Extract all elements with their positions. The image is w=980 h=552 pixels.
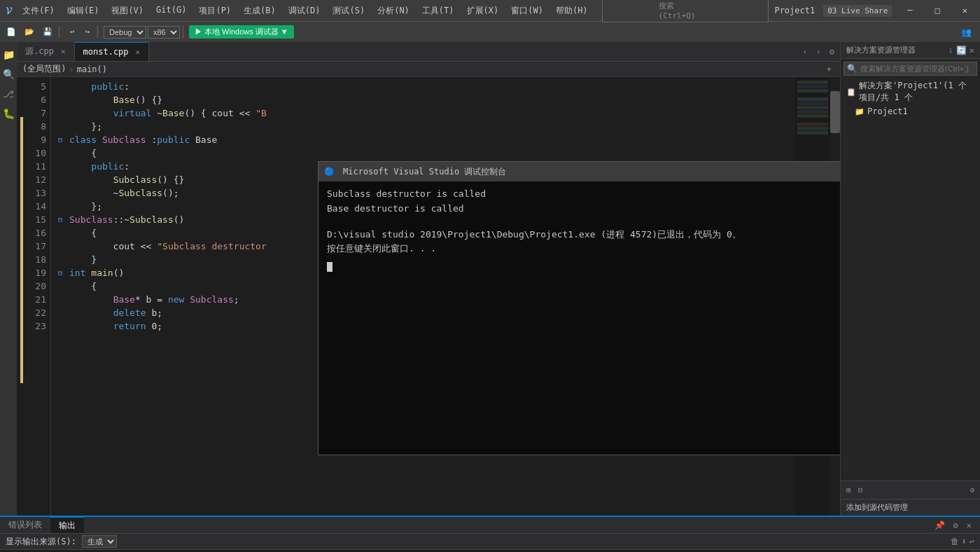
- tab-monst-cpp[interactable]: monst.cpp ✕: [75, 42, 150, 61]
- breadcrumb-function[interactable]: main(): [77, 64, 107, 74]
- menu-test[interactable]: 测试(S): [327, 2, 370, 20]
- line-numbers: 5 6 7 8 9 10 11 12 13 14 15 16 17 18 19 …: [23, 77, 51, 516]
- code-line-5: public:: [58, 80, 795, 93]
- menu-help[interactable]: 帮助(H): [550, 2, 594, 20]
- output-wrap-button[interactable]: ↩: [969, 537, 974, 546]
- line-num-17: 17: [23, 240, 46, 253]
- line-num-13: 13: [23, 186, 46, 200]
- rp-icon-close[interactable]: ✕: [969, 46, 974, 55]
- line-num-8: 8: [23, 120, 46, 133]
- debug-config-dropdown[interactable]: Debug: [104, 26, 146, 39]
- code-line-7: virtual ~Base() { cout << "B: [58, 106, 795, 120]
- menu-window[interactable]: 窗口(W): [505, 2, 549, 20]
- dc-line-2: Base destructor is called: [327, 202, 840, 216]
- maximize-button[interactable]: □: [928, 3, 947, 18]
- dc-cursor: [327, 262, 332, 272]
- output-clear-button[interactable]: 🗑: [951, 537, 959, 546]
- platform-dropdown[interactable]: x86: [148, 26, 180, 39]
- line-num-23: 23: [23, 319, 46, 333]
- tab-yuan-cpp-label: 源.cpp: [25, 46, 54, 57]
- project-item-label: Project1: [867, 106, 908, 116]
- tab-yuan-cpp[interactable]: 源.cpp ✕: [17, 42, 75, 61]
- solution-search-input[interactable]: [860, 64, 974, 73]
- search-box[interactable]: 搜索 (Ctrl+Q): [602, 0, 769, 22]
- toolbar-group-debug: Debug x86: [104, 26, 183, 39]
- rp-icon-2[interactable]: 🔄: [956, 46, 967, 55]
- breadcrumb-scope[interactable]: (全局范围): [22, 63, 66, 75]
- live-share-button[interactable]: 03 Live Share: [823, 5, 892, 17]
- add-source-control-button[interactable]: 添加到源代码管理: [841, 499, 980, 516]
- undo-button[interactable]: ↩: [65, 26, 79, 38]
- add-source-control-label: 添加到源代码管理: [846, 503, 908, 512]
- menu-debug[interactable]: 调试(D): [283, 2, 326, 20]
- redo-button[interactable]: ↪: [80, 26, 94, 38]
- tab-scroll-left[interactable]: ‹: [799, 46, 810, 58]
- debug-console-title: Microsoft Visual Studio 调试控制台: [343, 166, 840, 178]
- line-num-16: 16: [23, 226, 46, 240]
- code-line-8: };: [58, 120, 795, 133]
- bt-ctrl-settings[interactable]: ⚙: [951, 519, 961, 532]
- rp-toolbar-btn-2[interactable]: ⊟: [855, 484, 866, 496]
- git-icon[interactable]: ⎇: [3, 84, 14, 104]
- fold-19[interactable]: ⊟: [58, 266, 69, 280]
- rp-toolbar-btn-settings[interactable]: ⚙: [967, 484, 977, 496]
- rp-icon-1[interactable]: ⇩: [948, 46, 953, 55]
- output-header: 显示输出来源(S): 生成 🗑 ⬇ ↩: [0, 534, 980, 550]
- right-panel-toolbar: ⊞ ⊟ ⚙: [841, 481, 980, 499]
- output-source-select[interactable]: 生成: [82, 535, 117, 548]
- open-button[interactable]: 📂: [21, 26, 38, 38]
- menu-tools[interactable]: 工具(T): [416, 2, 460, 20]
- output-scroll-button[interactable]: ⬇: [962, 537, 967, 546]
- main-toolbar: 📄 📂 💾 ↩ ↪ Debug x86 ▶ 本地 Windows 调试器 ▼ 👥: [0, 21, 980, 42]
- right-panel: 解决方案资源管理器 ⇩ 🔄 ✕ 🔍 📋 解决方案'Project1'(1 个项目…: [840, 42, 980, 516]
- fold-15[interactable]: ⊟: [58, 213, 69, 226]
- tab-monst-close[interactable]: ✕: [136, 48, 141, 57]
- save-button[interactable]: 💾: [39, 26, 56, 38]
- debug-console-title-bar: 🔵 Microsoft Visual Studio 调试控制台 ─ □ ✕: [318, 162, 840, 181]
- dc-cursor-line: [327, 259, 840, 274]
- run-button[interactable]: ▶ 本地 Windows 调试器 ▼: [189, 25, 294, 39]
- tab-settings[interactable]: ⚙: [827, 46, 837, 58]
- menu-extensions[interactable]: 扩展(X): [461, 2, 505, 20]
- tab-scroll-right[interactable]: ›: [813, 46, 824, 58]
- output-tab[interactable]: 输出: [50, 517, 84, 533]
- line-num-9: 9: [23, 133, 46, 146]
- debug-icon[interactable]: 🐛: [3, 104, 15, 123]
- new-file-button[interactable]: 📄: [3, 26, 20, 38]
- tab-yuan-close[interactable]: ✕: [61, 47, 66, 56]
- menu-analyze[interactable]: 分析(N): [372, 2, 415, 20]
- menu-build[interactable]: 生成(B): [238, 2, 281, 20]
- fold-9[interactable]: ⊟: [58, 133, 69, 146]
- search-icon[interactable]: 🔍: [3, 64, 15, 84]
- right-panel-header: 解决方案资源管理器 ⇩ 🔄 ✕: [841, 42, 980, 59]
- bt-ctrl-close[interactable]: ✕: [964, 519, 974, 532]
- close-button[interactable]: ✕: [955, 3, 974, 18]
- dc-line-1: Subclass destructor is called: [327, 187, 840, 202]
- menu-view[interactable]: 视图(V): [106, 2, 149, 20]
- line-num-12: 12: [23, 173, 46, 186]
- solution-search[interactable]: 🔍: [844, 62, 977, 76]
- breadcrumb-sep: ›: [69, 64, 74, 74]
- menu-edit[interactable]: 编辑(E): [62, 2, 105, 20]
- menu-git[interactable]: Git(G): [150, 2, 192, 20]
- add-editor-button[interactable]: +: [824, 63, 834, 76]
- bottom-panel: 错误列表 输出 📌 ⚙ ✕ 显示输出来源(S): 生成 🗑 ⬇ ↩ ------…: [0, 516, 980, 552]
- line-num-19: 19: [23, 266, 46, 280]
- title-bar: 𝓥 文件(F) 编辑(E) 视图(V) Git(G) 项目(P) 生成(B) 调…: [0, 0, 980, 21]
- explorer-icon[interactable]: 📁: [3, 45, 15, 64]
- rp-toolbar-btn-1[interactable]: ⊞: [844, 484, 854, 496]
- solution-explorer: 🔍 📋 解决方案'Project1'(1 个项目/共 1 个 📁 Project…: [841, 59, 980, 481]
- line-num-5: 5: [23, 80, 46, 93]
- error-list-tab[interactable]: 错误列表: [0, 517, 50, 533]
- tabs-bar: 源.cpp ✕ monst.cpp ✕ ‹ › ⚙: [17, 42, 840, 62]
- menu-project[interactable]: 项目(P): [193, 2, 237, 20]
- minimize-button[interactable]: ─: [900, 3, 919, 18]
- line-num-14: 14: [23, 200, 46, 213]
- live-share-indicator: 👥: [961, 27, 977, 37]
- menu-file[interactable]: 文件(F): [17, 2, 60, 20]
- project-icon: 📁: [855, 107, 864, 116]
- solution-item[interactable]: 📋 解决方案'Project1'(1 个项目/共 1 个: [844, 78, 977, 105]
- line-num-10: 10: [23, 146, 46, 160]
- project-item[interactable]: 📁 Project1: [844, 105, 977, 118]
- bt-ctrl-pin[interactable]: 📌: [932, 519, 948, 532]
